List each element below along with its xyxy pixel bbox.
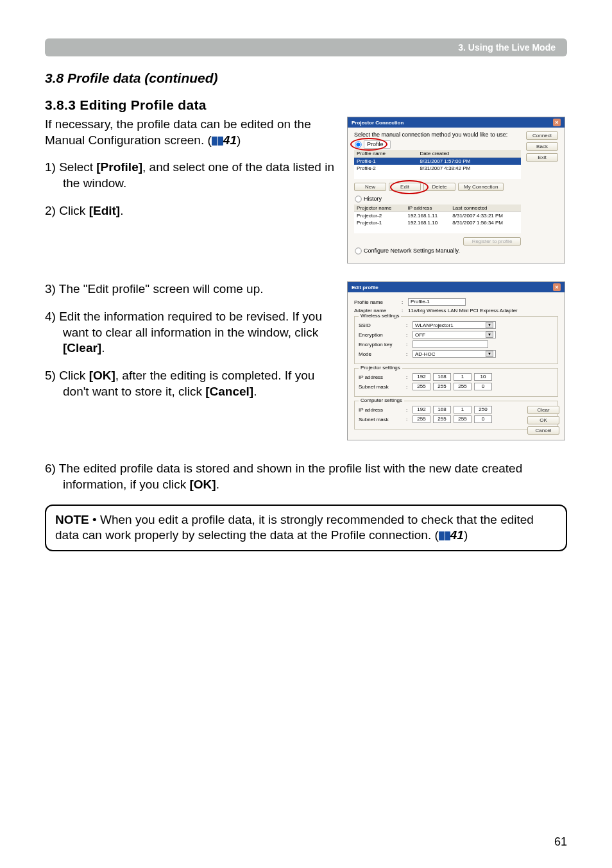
- profile-name-input[interactable]: Profile-1: [408, 298, 466, 306]
- myconnection-button[interactable]: My Connection: [458, 183, 504, 191]
- radio-manual[interactable]: Configure Network Settings Manually.: [354, 247, 558, 255]
- projector-subnet-input[interactable]: 2552552550: [412, 383, 492, 390]
- section-title: 3.8 Profile data (continued): [45, 71, 567, 86]
- exit-button[interactable]: Exit: [526, 153, 558, 162]
- table-row[interactable]: Projector-2192.168.1.118/31/2007 4:33:21…: [354, 212, 521, 220]
- dialog-title: Edit profile: [352, 285, 378, 290]
- encryption-label: Encryption: [359, 332, 404, 338]
- book-icon: [439, 531, 450, 540]
- page-number: 61: [554, 835, 567, 849]
- step-4: 4) Edit the information required to be r…: [45, 309, 337, 356]
- intro-text: If necessary, the profile data can be ed…: [45, 117, 337, 148]
- ip-label: IP address: [359, 407, 404, 413]
- dialog-title: Projector Connection: [352, 120, 404, 126]
- computer-subnet-input[interactable]: 2552552550: [412, 415, 492, 423]
- register-button[interactable]: Register to profile: [463, 237, 521, 246]
- mode-select[interactable]: AD-HOC▼: [412, 350, 496, 358]
- edit-button[interactable]: Edit: [389, 183, 421, 191]
- profile-table: Profile nameDate created Profile-18/31/2…: [354, 150, 521, 179]
- connect-button[interactable]: Connect: [526, 131, 558, 140]
- ip-label: IP address: [359, 374, 404, 380]
- step-2: 2) Click [Edit].: [45, 203, 337, 219]
- history-table: Projector nameIP addressLast connected P…: [354, 204, 521, 233]
- subnet-label: Subnet mask: [359, 384, 404, 390]
- note-box: NOTE • When you edit a profile data, it …: [45, 505, 567, 551]
- step-5: 5) Click [OK], after the editing is comp…: [45, 368, 337, 399]
- projector-settings-group: Projector settings IP address: 192168110…: [354, 368, 558, 397]
- subnet-label: Subnet mask: [359, 417, 404, 422]
- wireless-settings-group: Wireless settings SSID: WLANProjector1▼ …: [354, 316, 558, 364]
- chevron-down-icon: ▼: [486, 351, 493, 357]
- radio-profile[interactable]: Profile: [354, 140, 558, 149]
- encryption-key-input[interactable]: [412, 340, 488, 348]
- clear-button[interactable]: Clear: [527, 406, 559, 414]
- adapter-name-value: 11a/b/g Wireless LAN Mini PCI Express Ad…: [408, 308, 518, 313]
- table-row[interactable]: Profile-18/31/2007 1:57:00 PM: [354, 158, 521, 165]
- chapter-title: 3. Using the Live Mode: [458, 42, 556, 53]
- book-icon: [212, 137, 223, 146]
- note-label: NOTE: [55, 513, 89, 526]
- ssid-select[interactable]: WLANProjector1▼: [412, 321, 496, 329]
- ssid-label: SSID: [359, 322, 404, 328]
- chevron-down-icon: ▼: [486, 331, 493, 338]
- figure-edit-profile: Edit profile × Profile name: Profile-1 A…: [347, 281, 565, 440]
- close-icon[interactable]: ×: [553, 119, 561, 126]
- subsection-title: 3.8.3 Editing Profile data: [45, 97, 567, 113]
- encryption-select[interactable]: OFF▼: [412, 331, 496, 338]
- mode-label: Mode: [359, 351, 404, 357]
- ok-button[interactable]: OK: [527, 416, 559, 424]
- close-icon[interactable]: ×: [553, 283, 561, 291]
- projector-ip-input[interactable]: 192168110: [412, 373, 492, 381]
- table-row[interactable]: Profile-28/31/2007 4:38:42 PM: [354, 165, 521, 172]
- cancel-button[interactable]: Cancel: [527, 426, 559, 435]
- computer-ip-input[interactable]: 1921681250: [412, 406, 492, 413]
- table-row[interactable]: Projector-1192.168.1.108/31/2007 1:56:34…: [354, 219, 521, 226]
- step-3: 3) The "Edit profile" screen will come u…: [45, 281, 337, 297]
- chevron-down-icon: ▼: [486, 322, 493, 328]
- delete-button[interactable]: Delete: [423, 183, 455, 191]
- profile-name-label: Profile name: [354, 299, 399, 305]
- step-6: 6) The edited profile data is stored and…: [45, 461, 567, 492]
- radio-history[interactable]: History: [354, 195, 558, 203]
- step-1: 1) Select [Profile], and select one of t…: [45, 160, 337, 191]
- chapter-bar: 3. Using the Live Mode: [45, 38, 567, 56]
- encryption-key-label: Encryption key: [359, 342, 404, 347]
- figure-projector-connection: Projector Connection × Connect Back Exit…: [347, 117, 565, 263]
- new-button[interactable]: New: [354, 183, 386, 191]
